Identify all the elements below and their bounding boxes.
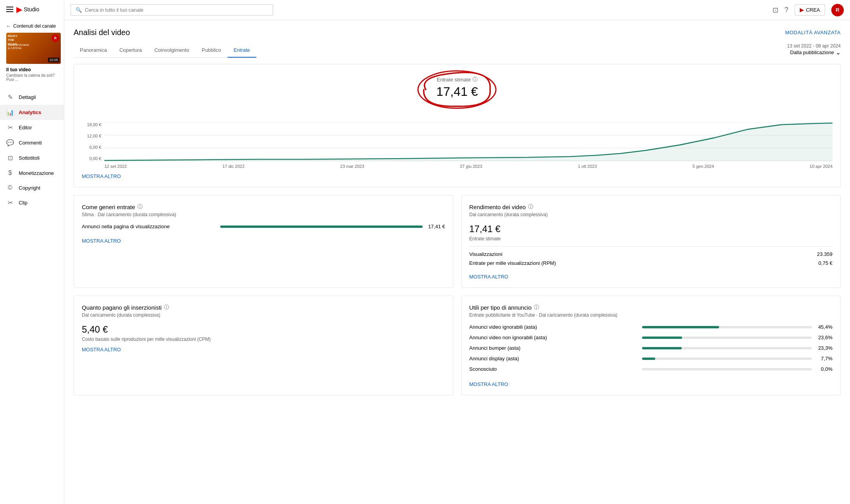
help-icon[interactable]: ? (785, 6, 788, 14)
ad-label-0: Annunci video ignorabili (asta) (469, 324, 639, 330)
rendimento-subtitle: Dal caricamento (durata complessiva) (469, 212, 833, 217)
rendimento-show-more[interactable]: MOSTRA ALTRO (469, 274, 508, 280)
sidebar-item-monetizzazione[interactable]: $ Monetizzazione (0, 166, 64, 180)
page-title-row: Analisi del video MODALITÀ AVANZATA (74, 28, 841, 37)
chart-area: 18,00 € 12,00 € 6,00 € 0,00 € (82, 122, 832, 169)
tab-coinvolgimento[interactable]: Coinvolgimento (148, 43, 196, 58)
bar-fill-0 (220, 226, 423, 228)
utili-tipo-info-icon[interactable]: ⓘ (534, 304, 539, 311)
video-thumbnail: RICKYTHEROAD 10:05 R Come MONTAREla CATE… (6, 33, 61, 64)
ad-row-0: Annunci video ignorabili (asta) 45,4% (469, 324, 833, 330)
user-avatar[interactable]: R (831, 4, 844, 16)
nav-label-editor: Editor (19, 125, 32, 130)
topbar: 🔍 ⊡ ? ▶ CREA R (64, 0, 850, 20)
ad-bar-fill-3 (642, 358, 655, 360)
copyright-icon: © (6, 184, 14, 191)
ad-bar-track-3 (642, 358, 812, 360)
main: 🔍 ⊡ ? ▶ CREA R Analisi del video MODALIT… (64, 0, 850, 504)
quanto-pagano-subtitle: Dal caricamento (durata complessiva) (82, 312, 445, 318)
tab-pubblico[interactable]: Pubblico (196, 43, 227, 58)
y-label-2: 6,00 € (89, 145, 101, 150)
advanced-mode-button[interactable]: MODALITÀ AVANZATA (785, 30, 841, 35)
sidebar-item-copyright[interactable]: © Copyright (0, 180, 64, 195)
y-label-0: 18,00 € (87, 122, 101, 127)
x-label-4: 1 ott 2023 (578, 164, 597, 169)
plus-icon: ▶ (800, 7, 804, 13)
y-label-1: 12,00 € (87, 134, 101, 138)
quanto-pagano-title: Quanto pagano gli inserzionisti ⓘ (82, 304, 445, 311)
chart-container: Entrate stimate ⓘ 17,41 € 18,00 € 1 (74, 64, 841, 187)
date-period: Dalla pubblicazione (790, 49, 834, 55)
rendimento-card: Rendimento dei video ⓘ Dal caricamento (… (461, 195, 841, 288)
create-button[interactable]: ▶ CREA (795, 4, 825, 16)
create-label: CREA (806, 7, 820, 13)
content-area: Analisi del video MODALITÀ AVANZATA Pano… (64, 20, 850, 504)
sidebar-item-dettagli[interactable]: ✎ Dettagli (0, 90, 64, 105)
nav-items: ✎ Dettagli 📊 Analytics ✂ Editor 💬 Commen… (0, 90, 64, 210)
stat-label-0: Visualizzazioni (469, 251, 503, 257)
back-label: Contenuti del canale (13, 23, 56, 29)
thumbnail-overlay: 10:05 (48, 58, 59, 62)
ad-row-2: Annunci bumper (asta) 23,3% (469, 345, 833, 351)
y-axis: 18,00 € 12,00 € 6,00 € 0,00 € (82, 122, 101, 169)
divider (469, 246, 833, 247)
ad-bar-track-2 (642, 347, 812, 349)
back-arrow-icon: ← (6, 23, 11, 29)
ad-bar-track-0 (642, 326, 812, 328)
utili-tipo-show-more[interactable]: MOSTRA ALTRO (469, 381, 508, 387)
hamburger-menu[interactable] (6, 7, 13, 12)
rendimento-info-icon[interactable]: ⓘ (528, 203, 533, 210)
ad-label-2: Annunci bumper (asta) (469, 345, 639, 351)
ad-bar-fill-0 (642, 326, 719, 328)
metric-label: Entrate stimate ⓘ (436, 76, 478, 83)
x-label-2: 23 mar 2023 (340, 164, 364, 169)
subtitles-icon: ⊡ (6, 154, 14, 162)
quanto-pagano-info-icon[interactable]: ⓘ (164, 304, 169, 311)
chart-show-more[interactable]: MOSTRA ALTRO (82, 169, 832, 179)
svg-marker-5 (104, 123, 832, 161)
quanto-pagano-card: Quanto pagano gli inserzionisti ⓘ Dal ca… (74, 296, 453, 395)
nav-label-dettagli: Dettagli (19, 94, 36, 100)
sidebar-header: ▶ Studio (0, 0, 64, 19)
ad-value-4: 0,0% (815, 366, 832, 372)
stat-value-0: 23.359 (817, 251, 832, 257)
search-input[interactable] (85, 7, 268, 13)
come-generi-info-icon[interactable]: ⓘ (138, 203, 143, 210)
back-button[interactable]: ← Contenuti del canale (6, 23, 56, 29)
nav-label-copyright: Copyright (19, 185, 41, 191)
sidebar-item-commenti[interactable]: 💬 Commenti (0, 135, 64, 150)
feedback-icon[interactable]: ⊡ (772, 6, 778, 14)
utili-tipo-subtitle: Entrate pubblicitarie di YouTube · Dal c… (469, 312, 833, 318)
scissors-icon: ✂ (6, 124, 14, 131)
edit-icon: ✎ (6, 93, 14, 101)
chevron-down-icon[interactable]: ⌄ (836, 49, 841, 56)
stat-label-1: Entrate per mille visualizzazioni (RPM) (469, 260, 556, 266)
analytics-icon: 📊 (6, 109, 14, 116)
metric-value: 17,41 € (436, 85, 478, 99)
tab-copertura[interactable]: Copertura (113, 43, 148, 58)
tabs: Panoramica Copertura Coinvolgimento Pubb… (74, 43, 256, 58)
ad-row-1: Annunci video non ignorabili (asta) 23,6… (469, 335, 833, 340)
ad-label-4: Sconosciuto (469, 366, 639, 372)
ad-label-3: Annunci display (asta) (469, 356, 639, 361)
sidebar-item-sottotitoli[interactable]: ⊡ Sottotitoli (0, 150, 64, 166)
stat-row-0: Visualizzazioni 23.359 (469, 251, 833, 257)
rendimento-big-value: 17,41 € (469, 224, 833, 234)
sidebar-item-analytics[interactable]: 📊 Analytics (0, 105, 64, 120)
bar-track-0 (220, 226, 423, 228)
tab-entrate[interactable]: Entrate (227, 43, 256, 58)
ad-bar-fill-1 (642, 337, 682, 339)
x-axis: 12 set 2022 17 dic 2022 23 mar 2023 27 g… (104, 164, 832, 169)
nav-label-clip: Clip (19, 200, 27, 206)
page-title: Analisi del video (74, 28, 130, 37)
sidebar-item-clip[interactable]: ✂ Clip (0, 195, 64, 210)
metric-display: Entrate stimate ⓘ 17,41 € (413, 72, 501, 103)
stat-value-1: 0,75 € (818, 260, 832, 266)
sidebar-item-editor[interactable]: ✂ Editor (0, 120, 64, 135)
x-label-0: 12 set 2022 (104, 164, 127, 169)
channel-info: ← Contenuti del canale RICKYTHEROAD 10:0… (0, 19, 64, 86)
metric-info-icon[interactable]: ⓘ (473, 76, 478, 83)
come-generi-show-more[interactable]: MOSTRA ALTRO (82, 238, 121, 244)
quanto-pagano-show-more[interactable]: MOSTRA ALTRO (82, 347, 121, 352)
tab-panoramica[interactable]: Panoramica (74, 43, 113, 58)
